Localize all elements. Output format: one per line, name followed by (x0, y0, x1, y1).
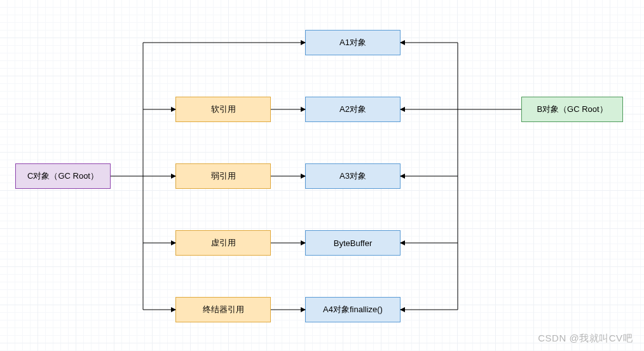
node-label: A2对象 (339, 104, 366, 115)
node-a1: A1对象 (305, 30, 401, 55)
node-label: B对象（GC Root） (537, 104, 607, 115)
node-ref-final: 终结器引用 (175, 297, 271, 322)
node-label: 虚引用 (211, 237, 236, 249)
node-b-root: B对象（GC Root） (521, 97, 623, 122)
node-label: 终结器引用 (203, 304, 244, 315)
node-ref-phantom: 虚引用 (175, 230, 271, 256)
watermark: CSDN @我就叫CV吧 (538, 333, 633, 345)
node-a4: A4对象finallize() (305, 297, 401, 322)
node-label: A3对象 (339, 170, 366, 182)
node-label: C对象（GC Root） (27, 170, 99, 182)
node-a2: A2对象 (305, 97, 401, 122)
node-label: A1对象 (339, 37, 366, 48)
node-label: ByteBuffer (334, 238, 372, 248)
node-bytebuffer: ByteBuffer (305, 230, 401, 256)
node-a3: A3对象 (305, 163, 401, 189)
node-ref-soft: 软引用 (175, 97, 271, 122)
node-ref-weak: 弱引用 (175, 163, 271, 189)
node-label: A4对象finallize() (323, 304, 383, 315)
node-label: 软引用 (211, 104, 236, 115)
node-c-root: C对象（GC Root） (15, 163, 111, 189)
node-label: 弱引用 (211, 170, 236, 182)
